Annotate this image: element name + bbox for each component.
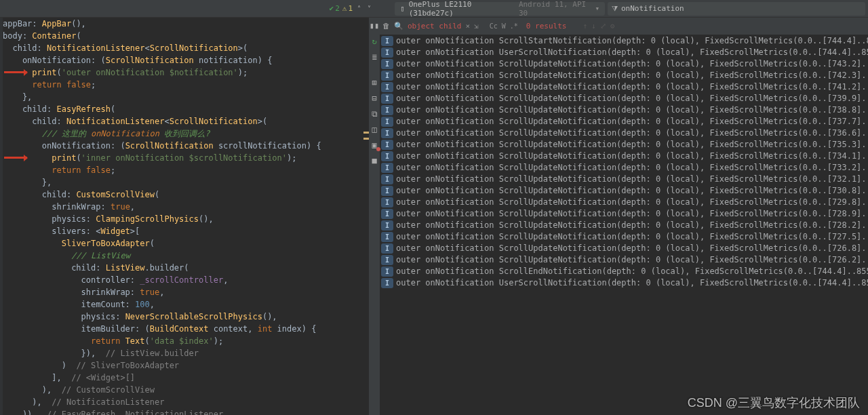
- log-text: outer onNotification ScrollUpdateNotific…: [396, 139, 868, 151]
- log-panel: 🗑 🔍 object child × ⇲ Cc W .* 0 results ↑…: [380, 18, 868, 415]
- device-selector[interactable]: ▯ OnePlus LE2110 (31bde27c) Android 11, …: [395, 2, 605, 16]
- chevron-down-icon[interactable]: ˅: [368, 5, 371, 12]
- log-line: Iouter onNotification ScrollUpdateNotifi…: [380, 243, 868, 254]
- device-name: OnePlus LE2110 (31bde27c): [409, 0, 515, 18]
- trash-icon[interactable]: 🗑: [382, 22, 390, 31]
- log-level-badge: I: [381, 266, 393, 277]
- bookmark-icon[interactable]: ◫: [369, 124, 380, 135]
- match-case-toggle[interactable]: Cc: [490, 22, 498, 30]
- log-line: Iouter onNotification ScrollUpdateNotifi…: [380, 104, 868, 116]
- log-filter-input[interactable]: ⧩ onNotification: [608, 2, 865, 16]
- log-text: outer onNotification ScrollUpdateNotific…: [396, 58, 868, 70]
- chevron-down-icon: ▾: [595, 4, 599, 13]
- log-text: outer onNotification ScrollUpdateNotific…: [396, 208, 868, 220]
- log-text: outer onNotification ScrollUpdateNotific…: [396, 243, 868, 254]
- log-level-badge: I: [381, 209, 393, 219]
- words-toggle[interactable]: W: [502, 22, 506, 30]
- log-line: Iouter onNotification ScrollUpdateNotifi…: [380, 58, 868, 70]
- log-text: outer onNotification ScrollUpdateNotific…: [396, 93, 868, 104]
- restart-icon[interactable]: ↻: [369, 36, 380, 47]
- log-level-badge: I: [381, 151, 393, 161]
- log-output[interactable]: Iouter onNotification ScrollStartNotific…: [380, 35, 868, 415]
- regex-toggle[interactable]: .*: [510, 22, 518, 30]
- log-text: outer onNotification ScrollUpdateNotific…: [396, 162, 868, 174]
- search-query[interactable]: object child: [408, 22, 461, 31]
- log-line: Iouter onNotification ScrollUpdateNotifi…: [380, 162, 868, 174]
- structure-icon[interactable]: ≣: [369, 52, 380, 62]
- log-level-badge: I: [381, 140, 393, 150]
- log-text: outer onNotification ScrollUpdateNotific…: [396, 151, 868, 162]
- inspection-warn-icon[interactable]: ⚠ 1: [342, 4, 353, 13]
- close-icon[interactable]: ×: [465, 22, 470, 31]
- pin-icon[interactable]: ⇲: [474, 22, 479, 31]
- log-line: Iouter onNotification ScrollUpdateNotifi…: [380, 127, 868, 139]
- log-text: outer onNotification ScrollUpdateNotific…: [396, 174, 868, 185]
- expand-icon[interactable]: ⤢: [600, 22, 606, 31]
- gutter-change-marker: [363, 138, 369, 140]
- video-icon[interactable]: ■: [369, 155, 380, 166]
- log-line: Iouter onNotification ScrollStartNotific…: [380, 35, 868, 47]
- log-line: Iouter onNotification ScrollUpdateNotifi…: [380, 231, 868, 243]
- log-line: Iouter onNotification ScrollUpdateNotifi…: [380, 81, 868, 93]
- settings-gear-icon[interactable]: ⚙: [610, 22, 615, 31]
- log-level-badge: I: [381, 94, 393, 104]
- inspection-ok-icon[interactable]: ✔ 2: [330, 4, 340, 13]
- log-line: Iouter onNotification ScrollUpdateNotifi…: [380, 174, 868, 185]
- pause-icon[interactable]: ▮▮: [369, 20, 380, 31]
- log-line: Iouter onNotification ScrollUpdateNotifi…: [380, 220, 868, 231]
- log-line: Iouter onNotification ScrollUpdateNotifi…: [380, 185, 868, 197]
- log-level-badge: I: [381, 36, 393, 46]
- log-level-badge: I: [381, 255, 393, 265]
- log-text: outer onNotification UserScrollNotificat…: [396, 277, 868, 289]
- code-editor[interactable]: appBar: AppBar(), body: Container( child…: [0, 18, 369, 415]
- log-search-bar: 🗑 🔍 object child × ⇲ Cc W .* 0 results ↑…: [380, 18, 868, 35]
- log-line: Iouter onNotification ScrollUpdateNotifi…: [380, 254, 868, 266]
- log-line: Iouter onNotification ScrollUpdateNotifi…: [380, 139, 868, 151]
- phone-icon: ▯: [400, 4, 405, 13]
- arrow-up-icon[interactable]: ↑: [583, 22, 587, 31]
- log-line: Iouter onNotification UserScrollNotifica…: [380, 47, 868, 58]
- log-line: Iouter onNotification ScrollUpdateNotifi…: [380, 116, 868, 127]
- log-line: Iouter onNotification ScrollUpdateNotifi…: [380, 93, 868, 104]
- log-level-badge: I: [381, 71, 393, 81]
- search-icon[interactable]: 🔍: [394, 22, 403, 31]
- warn-count: 1: [348, 4, 353, 13]
- log-line: Iouter onNotification ScrollUpdateNotifi…: [380, 70, 868, 81]
- log-text: outer onNotification ScrollUpdateNotific…: [396, 104, 868, 116]
- log-level-badge: I: [381, 59, 393, 69]
- arrow-down-icon[interactable]: ↓: [591, 22, 596, 31]
- log-text: outer onNotification ScrollUpdateNotific…: [396, 220, 868, 231]
- ok-count: 2: [335, 4, 340, 13]
- log-line: Iouter onNotification UserScrollNotifica…: [380, 277, 868, 289]
- layout-icon[interactable]: ⧉: [369, 108, 380, 119]
- camera-icon[interactable]: ▣: [369, 140, 380, 151]
- log-text: outer onNotification ScrollUpdateNotific…: [396, 254, 868, 266]
- log-line: Iouter onNotification ScrollUpdateNotifi…: [380, 197, 868, 208]
- log-text: outer onNotification ScrollUpdateNotific…: [396, 127, 868, 139]
- log-line: Iouter onNotification ScrollUpdateNotifi…: [380, 208, 868, 220]
- annotation-arrow-inner: [4, 157, 27, 159]
- annotation-arrow-outer: [4, 71, 27, 73]
- gutter-change-marker: [363, 132, 369, 134]
- log-line: Iouter onNotification ScrollUpdateNotifi…: [380, 151, 868, 162]
- filter-icon[interactable]: ⊟: [369, 93, 380, 104]
- log-text: outer onNotification ScrollUpdateNotific…: [396, 231, 868, 243]
- log-text: outer onNotification ScrollUpdateNotific…: [396, 116, 868, 127]
- log-line: Iouter onNotification ScrollEndNotificat…: [380, 266, 868, 277]
- log-level-badge: I: [381, 232, 393, 242]
- settings-icon[interactable]: ⊞: [369, 77, 380, 88]
- chevron-up-icon[interactable]: ˄: [357, 5, 361, 12]
- watermark-text: CSDN @三翼鸟数字化技术团队: [688, 395, 860, 411]
- search-results-count: 0 results: [526, 22, 567, 31]
- log-text: outer onNotification ScrollEndNotificati…: [396, 266, 868, 277]
- log-text: outer onNotification UserScrollNotificat…: [396, 47, 868, 58]
- log-level-badge: I: [381, 197, 393, 208]
- log-level-badge: I: [381, 105, 393, 115]
- log-level-badge: I: [381, 163, 393, 173]
- log-level-badge: I: [381, 117, 393, 127]
- funnel-icon: ⧩: [612, 4, 618, 13]
- log-level-badge: I: [381, 82, 393, 92]
- log-text: outer onNotification ScrollUpdateNotific…: [396, 70, 868, 81]
- log-text: outer onNotification ScrollUpdateNotific…: [396, 185, 868, 197]
- log-level-badge: I: [381, 186, 393, 196]
